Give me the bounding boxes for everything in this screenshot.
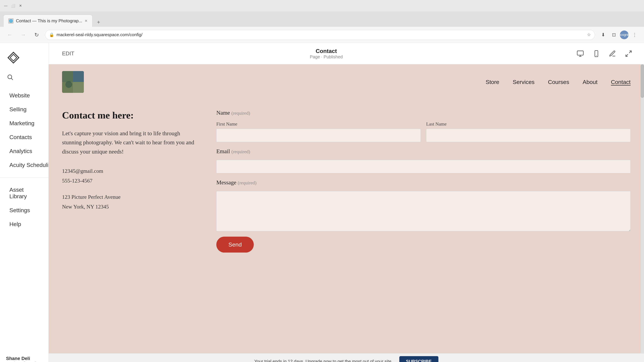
site-nav-store[interactable]: Store (486, 79, 499, 85)
contact-info-section: Contact me here: Let's capture your visi… (62, 110, 196, 253)
lock-icon: 🔒 (49, 32, 54, 37)
sidebar-search (0, 72, 48, 88)
email-input[interactable] (216, 160, 630, 173)
name-row: First Name Last Name (216, 121, 630, 142)
site-nav-contact[interactable]: Contact (611, 79, 630, 85)
maximize-button[interactable]: ⬜ (11, 3, 16, 8)
subscribe-button[interactable]: SUBSCRIBE (399, 356, 438, 362)
window-controls: — ⬜ ✕ (3, 3, 23, 8)
site-nav-services[interactable]: Services (513, 79, 534, 85)
download-button[interactable]: ⬇ (598, 30, 608, 39)
name-section-title: Name (required) (216, 110, 630, 116)
app-container: Website Selling Marketing Contacts Analy… (0, 43, 644, 362)
site-logo[interactable] (62, 71, 84, 93)
browser-chrome: — ⬜ ✕ 🌐 Contact — This is my Photograp..… (0, 0, 644, 43)
new-tab-button[interactable]: + (94, 17, 103, 27)
first-name-input[interactable] (216, 129, 421, 142)
user-name: Shane Deli (6, 356, 48, 361)
website-preview: Store Services Courses About Contact Con… (49, 64, 644, 353)
navigation-bar: ← → ↻ 🔒 mackerel-seal-nldy.squarespace.c… (0, 27, 644, 43)
content-area: EDIT Contact Page · Published (49, 43, 644, 362)
contact-heading: Contact me here: (62, 110, 196, 121)
last-name-input[interactable] (426, 129, 630, 142)
sidebar-logo (0, 51, 48, 72)
tabs-bar: 🌐 Contact — This is my Photograp... ✕ + (0, 11, 644, 27)
sidebar-navigation: Website Selling Marketing Contacts Analy… (0, 88, 48, 347)
bookmark-icon[interactable]: ☆ (587, 32, 591, 37)
mobile-view-button[interactable] (590, 48, 602, 60)
site-nav-courses[interactable]: Courses (548, 79, 569, 85)
contact-form-section: Name (required) First Name Last Name (216, 110, 630, 253)
email-label: Email (216, 148, 230, 154)
page-subtitle: Page · Published (310, 54, 343, 59)
sidebar-item-analytics[interactable]: Analytics (0, 144, 48, 158)
page-title-section: Contact Page · Published (84, 48, 569, 59)
trial-text: Your trial ends in 12 days. Upgrade now … (254, 359, 392, 362)
tab-close-button[interactable]: ✕ (84, 19, 88, 23)
site-nav-about[interactable]: About (582, 79, 598, 85)
sidebar-item-selling[interactable]: Selling (0, 102, 48, 116)
email-group (216, 160, 630, 173)
reload-button[interactable]: ↻ (32, 30, 42, 40)
active-tab[interactable]: 🌐 Contact — This is my Photograp... ✕ (3, 15, 92, 27)
site-navigation: Store Services Courses About Contact (486, 79, 630, 85)
contact-email: 12345@gmail.com (62, 166, 196, 176)
sidebar-bottom-nav: Asset Library Settings Help (0, 183, 48, 231)
email-section-title: Email (required) (216, 148, 630, 155)
message-textarea[interactable] (216, 191, 630, 231)
desktop-view-button[interactable] (574, 48, 586, 60)
user-info: Shane Deli 1574ba45@moodjoy.com (6, 356, 48, 362)
site-header: Store Services Courses About Contact (49, 64, 644, 99)
annotate-button[interactable] (606, 48, 618, 60)
svg-rect-12 (73, 71, 84, 82)
forward-button[interactable]: → (18, 30, 28, 40)
sidebar-item-acuity[interactable]: Acuity Scheduling (0, 158, 48, 172)
minimize-button[interactable]: — (3, 3, 8, 8)
expand-button[interactable] (622, 48, 634, 60)
scrollbar-thumb[interactable] (641, 64, 644, 98)
name-required: (required) (232, 110, 250, 116)
profile-button[interactable]: Incognito (620, 30, 628, 39)
svg-point-0 (8, 75, 12, 79)
svg-rect-11 (73, 82, 84, 93)
svg-rect-10 (62, 71, 73, 82)
tab-title: Contact — This is my Photograp... (16, 18, 82, 23)
top-toolbar: EDIT Contact Page · Published (49, 43, 644, 64)
email-required: (required) (232, 149, 250, 154)
menu-button[interactable]: ⋮ (630, 30, 639, 39)
cast-button[interactable]: ⊡ (609, 30, 618, 39)
address-bar[interactable]: 🔒 mackerel-seal-nldy.squarespace.com/con… (45, 30, 595, 40)
send-button[interactable]: Send (216, 237, 254, 253)
last-name-group: Last Name (426, 121, 630, 142)
sidebar-item-marketing[interactable]: Marketing (0, 116, 48, 130)
browser-titlebar: — ⬜ ✕ (0, 0, 644, 11)
first-name-group: First Name (216, 121, 421, 142)
sidebar-item-help[interactable]: Help (7, 217, 42, 231)
sidebar-item-asset-library[interactable]: Asset Library (7, 183, 42, 203)
last-name-label: Last Name (426, 121, 630, 127)
squarespace-logo (7, 51, 20, 64)
contact-address-line2: New York, NY 12345 (62, 202, 196, 212)
scrollbar[interactable] (641, 64, 644, 353)
nav-actions: ⬇ ⊡ Incognito ⋮ (598, 30, 639, 39)
svg-rect-4 (577, 51, 584, 55)
edit-button[interactable]: EDIT (58, 48, 78, 59)
contact-page-content: Contact me here: Let's capture your visi… (49, 99, 644, 269)
sidebar-item-settings[interactable]: Settings (7, 203, 42, 217)
contact-phone: 555-123-4567 (62, 176, 196, 186)
toolbar-icons (574, 48, 634, 60)
svg-point-13 (66, 81, 72, 88)
url-text: mackerel-seal-nldy.squarespace.com/confi… (56, 32, 585, 37)
close-button[interactable]: ✕ (18, 3, 23, 8)
user-profile[interactable]: Shane Deli 1574ba45@moodjoy.com (0, 350, 48, 362)
first-name-label: First Name (216, 121, 421, 127)
page-title: Contact (316, 48, 337, 54)
search-button[interactable] (5, 72, 15, 82)
message-section-title: Message (required) (216, 179, 630, 186)
svg-rect-7 (595, 50, 598, 57)
sidebar-item-website[interactable]: Website (0, 88, 48, 102)
svg-line-1 (12, 78, 13, 80)
contact-description: Let's capture your vision and bring it t… (62, 129, 196, 156)
back-button[interactable]: ← (5, 30, 15, 40)
sidebar-item-contacts[interactable]: Contacts (0, 130, 48, 144)
